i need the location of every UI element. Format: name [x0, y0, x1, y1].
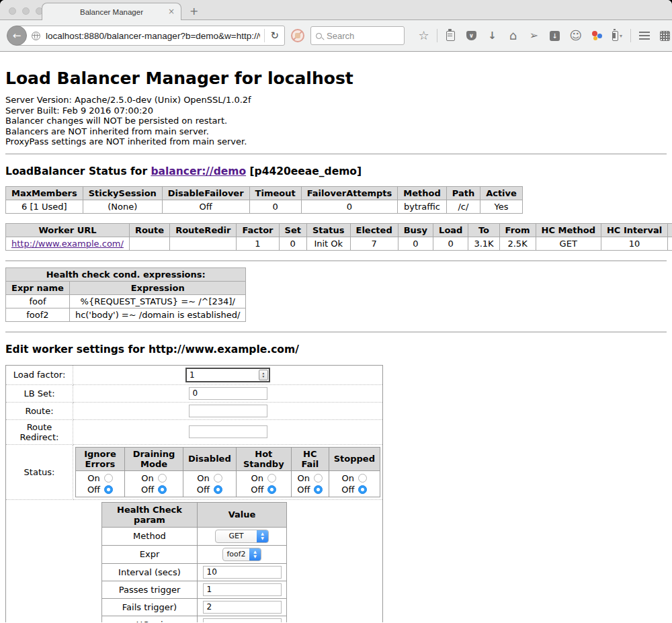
browser-window: Balancer Manager × + ← ↻ ☆ ∨ ↓ ⌂ ➢ ↓	[0, 0, 672, 623]
new-tab-button[interactable]: +	[190, 5, 198, 17]
url-input[interactable]	[44, 30, 261, 42]
hc-expr-label: Expr	[102, 545, 198, 563]
battery-icon[interactable]: ▾	[612, 30, 624, 42]
expr-row: foof %{REQUEST_STATUS} =~ /^[234]/	[6, 294, 246, 308]
minimize-window-button[interactable]	[22, 7, 30, 15]
col-ignore-errors: Ignore Errors	[76, 447, 125, 470]
server-version: Server Version: Apache/2.5.0-dev (Unix) …	[5, 95, 667, 106]
downloads-icon[interactable]: ↓	[487, 30, 499, 42]
hc-method-select[interactable]: GET ▲▼	[215, 530, 269, 543]
tab-close-icon[interactable]: ×	[168, 7, 175, 16]
hc-expr-select[interactable]: foof2 ▲▼	[222, 548, 261, 561]
notice-proxypass: ProxyPass settings are NOT inherited fro…	[5, 136, 667, 147]
hc-expr-title: Health check cond. expressions:	[6, 267, 246, 281]
load-factor-label: Load factor:	[6, 365, 73, 384]
hc-passes-input[interactable]	[203, 583, 282, 596]
page-content: Load Balancer Manager for localhost Serv…	[0, 52, 672, 622]
worker-table: Worker URL Route RouteRedir Factor Set S…	[5, 223, 672, 251]
route-label: Route:	[6, 402, 73, 419]
disabled-on-radio[interactable]	[214, 474, 222, 483]
hot-standby-off-radio[interactable]	[267, 485, 276, 494]
col-maxmembers: MaxMembers	[6, 186, 83, 200]
balancer-status-heading: LoadBalancer Status for balancer://demo …	[5, 165, 667, 177]
balancer-demo-link[interactable]: balancer://demo	[151, 165, 246, 177]
clipboard-icon[interactable]	[445, 30, 457, 42]
search-input[interactable]	[325, 30, 399, 42]
status-label: Status:	[6, 444, 73, 499]
load-factor-input[interactable]	[187, 370, 259, 380]
reload-icon[interactable]: ↻	[267, 30, 284, 42]
notice-persist: Balancer changes will NOT be persisted o…	[5, 116, 667, 126]
url-bar[interactable]: ↻	[16, 26, 285, 46]
hc-method-label: Method	[102, 527, 198, 545]
col-hc-param: Health Check param	[102, 502, 198, 527]
number-stepper-icon[interactable]: ▴▾	[259, 370, 268, 380]
back-button[interactable]: ←	[7, 26, 27, 46]
ignore-errors-on-radio[interactable]	[104, 474, 113, 483]
notice-balancers: Balancers are NOT inherited from main se…	[5, 126, 667, 137]
stopped-on-radio[interactable]	[358, 474, 367, 483]
adblock-icon[interactable]	[291, 29, 304, 42]
col-stickysession: StickySession	[83, 186, 162, 200]
menu-icon[interactable]	[638, 30, 650, 42]
balancer-row: 6 [1 Used] (None) Off 0 0 bytraffic /c/ …	[6, 200, 523, 213]
urlbar-divider	[264, 29, 265, 42]
close-window-button[interactable]	[9, 7, 16, 15]
bookmark-star-icon[interactable]: ☆	[418, 30, 430, 42]
route-redirect-label: Route Redirect:	[6, 419, 73, 444]
hc-interval-input[interactable]	[203, 566, 282, 579]
window-controls	[9, 7, 43, 15]
ignore-errors-off-radio[interactable]	[104, 485, 113, 494]
expr-row: foof2 hc('body') =~ /domain is establish…	[6, 308, 246, 321]
edit-worker-heading: Edit worker settings for http://www.exam…	[5, 343, 667, 356]
clipboard-glyph-icon	[446, 31, 455, 41]
smiley-icon[interactable]: ☺	[570, 30, 582, 42]
hc-fails-input[interactable]	[203, 601, 282, 614]
tab-balancer-manager[interactable]: Balancer Manager ×	[42, 3, 181, 20]
battery-caret-icon: ▾	[620, 33, 622, 39]
edit-worker-form: Load factor: ▴▾ LB Set: Route: Route Red…	[5, 365, 383, 623]
col-failoverattempts: FailoverAttempts	[301, 186, 398, 200]
draining-mode-off-radio[interactable]	[158, 485, 167, 494]
col-stopped: Stopped	[329, 447, 380, 470]
toolbar-icons: ☆ ∨ ↓ ⌂ ➢ ↓ ☺ ▾	[413, 29, 672, 42]
hc-passes-label: Passes trigger	[102, 581, 198, 598]
select-stepper-icon: ▲▼	[249, 548, 261, 560]
col-hc-value: Value	[198, 502, 287, 527]
route-redirect-input[interactable]	[189, 425, 267, 438]
navigation-toolbar: ← ↻ ☆ ∨ ↓ ⌂ ➢ ↓ ☺ ▾	[0, 20, 672, 52]
colored-dots-icon[interactable]	[591, 30, 603, 42]
pocket-icon[interactable]: ∨	[466, 30, 478, 42]
stopped-off-radio[interactable]	[358, 485, 367, 494]
search-bar[interactable]	[310, 26, 405, 45]
health-check-param-table: Health Check param Value Method GET ▲▼	[101, 502, 287, 623]
hc-fail-off-radio[interactable]	[314, 485, 323, 494]
pocket-glyph-icon: ∨	[466, 31, 476, 40]
lb-set-input[interactable]	[189, 387, 267, 400]
server-built: Server Built: Feb 9 2016 07:00:20	[5, 106, 667, 116]
toolbar-divider	[630, 29, 631, 42]
search-icon	[316, 33, 322, 39]
worker-url-link[interactable]: http://www.example.com/	[11, 239, 124, 249]
col-path: Path	[446, 186, 480, 200]
route-input[interactable]	[189, 405, 267, 417]
status-table: Ignore Errors Draining Mode Disabled Hot…	[75, 447, 380, 497]
back-arrow-icon: ←	[13, 30, 22, 42]
box-arrow-glyph-icon: ↓	[550, 31, 560, 41]
col-active: Active	[480, 186, 523, 200]
grid-icon[interactable]	[659, 30, 671, 42]
col-draining-mode: Draining Mode	[124, 447, 183, 470]
site-identity-globe-icon[interactable]	[32, 32, 40, 40]
worker-row: http://www.example.com/ 1 0 Init Ok 7 0 …	[6, 237, 672, 250]
hc-fail-on-radio[interactable]	[314, 474, 323, 483]
hc-uri-input[interactable]	[203, 618, 282, 623]
hot-standby-on-radio[interactable]	[267, 474, 276, 483]
tab-strip: Balancer Manager × +	[0, 0, 672, 20]
home-icon[interactable]: ⌂	[507, 30, 519, 42]
save-panel-icon[interactable]: ↓	[549, 30, 561, 42]
col-disablefailover: DisableFailover	[162, 186, 249, 200]
draining-mode-on-radio[interactable]	[158, 474, 167, 483]
server-info: Server Version: Apache/2.5.0-dev (Unix) …	[5, 95, 667, 147]
disabled-off-radio[interactable]	[214, 485, 222, 494]
paper-plane-icon[interactable]: ➢	[528, 30, 540, 42]
